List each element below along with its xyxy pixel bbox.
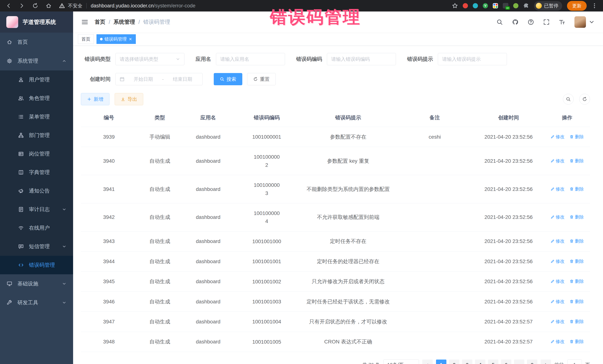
sidebar-item-system[interactable]: 系统管理 — [0, 52, 73, 70]
app-name-input[interactable] — [216, 53, 285, 65]
sidebar-item-audit-log[interactable]: 审计日志 — [0, 200, 73, 219]
reload-icon[interactable] — [32, 3, 38, 9]
address-bar[interactable]: dashboard.yudao.iocoder.cn/system/error-… — [91, 3, 195, 9]
edit-link[interactable]: 修改 — [550, 339, 565, 344]
app-logo[interactable]: 芋道管理系统 — [0, 11, 73, 33]
edit-link[interactable]: 修改 — [550, 134, 565, 140]
sidebar-item-users[interactable]: 用户管理 — [0, 70, 73, 89]
sidebar-item-infrastructure[interactable]: 基础设施 — [0, 274, 73, 293]
delete-link[interactable]: 删除 — [570, 238, 584, 244]
sidebar-item-sms[interactable]: 短信管理 — [0, 237, 73, 256]
edit-link[interactable]: 修改 — [550, 319, 565, 325]
add-button[interactable]: 新增 — [81, 93, 109, 105]
page-button[interactable]: 6 — [501, 360, 511, 364]
reset-button[interactable]: 重置 — [247, 73, 276, 85]
edit-link[interactable]: 修改 — [550, 298, 565, 305]
edit-link[interactable]: 修改 — [550, 238, 565, 244]
forward-icon[interactable] — [19, 3, 25, 9]
ext-leaf-icon[interactable] — [513, 3, 518, 8]
edit-link[interactable]: 修改 — [550, 258, 565, 264]
sidebar-item-menus[interactable]: 菜单管理 — [0, 108, 73, 126]
ext-v-icon[interactable]: V — [483, 3, 488, 8]
error-type-select[interactable]: 请选择错误码类型 — [116, 53, 185, 65]
sidebar-item-label: 基础设施 — [17, 280, 38, 287]
range-separator: - — [162, 76, 164, 82]
fullscreen-icon[interactable] — [543, 19, 550, 25]
bookmark-star-icon[interactable] — [452, 3, 458, 9]
breadcrumb-home[interactable]: 首页 — [95, 18, 105, 26]
pagination: 共 76 条 10条/页 1 2 3 4 5 6 ··· 8 前往 页 — [81, 359, 590, 364]
page-button[interactable]: 3 — [462, 360, 472, 364]
browser-home-icon[interactable] — [46, 3, 52, 9]
page-button[interactable]: 8 — [527, 360, 537, 364]
sidebar-item-posts[interactable]: 岗位管理 — [0, 144, 73, 163]
delete-link[interactable]: 删除 — [570, 319, 584, 325]
browser-menu-icon[interactable] — [591, 3, 597, 9]
profile-paused-badge[interactable]: 已暂停 — [534, 1, 562, 11]
sidebar-item-error-code[interactable]: 错误码管理 — [0, 256, 73, 274]
ext-red-icon[interactable] — [463, 3, 468, 8]
page-button[interactable]: 5 — [488, 360, 498, 364]
sidebar-item-announcement[interactable]: 通知公告 — [0, 182, 73, 200]
delete-link[interactable]: 删除 — [570, 278, 584, 284]
delete-link[interactable]: 删除 — [570, 339, 584, 344]
page-button[interactable]: 2 — [449, 360, 459, 364]
edit-pencil-icon — [550, 215, 555, 219]
delete-link[interactable]: 删除 — [570, 158, 584, 164]
sidebar-item-dev-tools[interactable]: 研发工具 — [0, 293, 73, 312]
search-icon[interactable] — [497, 19, 503, 25]
close-icon[interactable] — [128, 37, 132, 41]
delete-link[interactable]: 删除 — [570, 214, 584, 220]
delete-link[interactable]: 删除 — [570, 258, 584, 264]
back-icon[interactable] — [6, 3, 12, 9]
page-button[interactable]: ··· — [514, 360, 524, 364]
refresh-table-button[interactable] — [579, 94, 590, 105]
create-time-label: 创建时间 — [81, 76, 111, 83]
sidebar-item-departments[interactable]: 部门管理 — [0, 126, 73, 144]
prev-page-button[interactable] — [422, 360, 433, 364]
delete-link[interactable]: 删除 — [570, 134, 584, 140]
edit-link[interactable]: 修改 — [550, 278, 565, 284]
cell-remark — [396, 272, 473, 292]
edit-link[interactable]: 修改 — [550, 214, 565, 220]
github-icon[interactable] — [512, 19, 518, 25]
goto-page-input[interactable] — [567, 359, 582, 364]
edit-link[interactable]: 修改 — [550, 158, 565, 164]
cell-msg: 参数配置不存在 — [300, 127, 396, 147]
help-icon[interactable] — [528, 19, 534, 25]
error-code-input[interactable] — [327, 53, 396, 65]
security-chip[interactable]: 不安全 — [59, 3, 82, 9]
user-menu[interactable] — [574, 16, 595, 28]
sidebar-item-dictionary[interactable]: 字典管理 — [0, 163, 73, 182]
cell-actions: 修改 删除 — [544, 147, 590, 175]
url-host: dashboard.yudao.iocoder.cn — [91, 3, 154, 9]
date-range-picker[interactable]: 开始日期 - 结束日期 — [116, 73, 203, 85]
extensions-puzzle-icon[interactable] — [523, 3, 529, 9]
sidebar-item-home[interactable]: 首页 — [0, 33, 73, 52]
browser-update-button[interactable]: 更新 — [567, 1, 587, 11]
export-button[interactable]: 导出 — [115, 93, 143, 105]
sidebar-item-roles[interactable]: 角色管理 — [0, 89, 73, 108]
cell-time: 2021-04-20 23:52:56 — [473, 147, 544, 175]
page-button[interactable]: 1 — [436, 360, 446, 364]
delete-link[interactable]: 删除 — [570, 186, 584, 192]
breadcrumb-section[interactable]: 系统管理 — [114, 18, 135, 26]
next-page-button[interactable] — [541, 360, 551, 364]
ext-grid-icon[interactable] — [493, 3, 498, 8]
font-size-icon[interactable] — [559, 19, 565, 25]
ext-teal-icon[interactable] — [473, 3, 478, 8]
tag-error-code[interactable]: 错误码管理 — [96, 34, 136, 44]
cell-code: 1001000002 — [234, 147, 300, 175]
delete-link[interactable]: 删除 — [570, 298, 584, 305]
sidebar-item-online-users[interactable]: 在线用户 — [0, 219, 73, 237]
page-size-select[interactable]: 10条/页 — [383, 359, 419, 364]
error-msg-input[interactable] — [438, 53, 507, 65]
tag-home[interactable]: 首页 — [78, 34, 94, 44]
ext-dark-icon[interactable]: on — [503, 3, 508, 9]
search-button[interactable]: 搜索 — [214, 73, 242, 85]
page-button[interactable]: 4 — [475, 360, 485, 364]
hamburger-icon[interactable] — [81, 19, 88, 26]
edit-link[interactable]: 修改 — [550, 186, 565, 192]
toggle-search-button[interactable] — [563, 94, 574, 105]
edit-pencil-icon — [550, 299, 555, 304]
